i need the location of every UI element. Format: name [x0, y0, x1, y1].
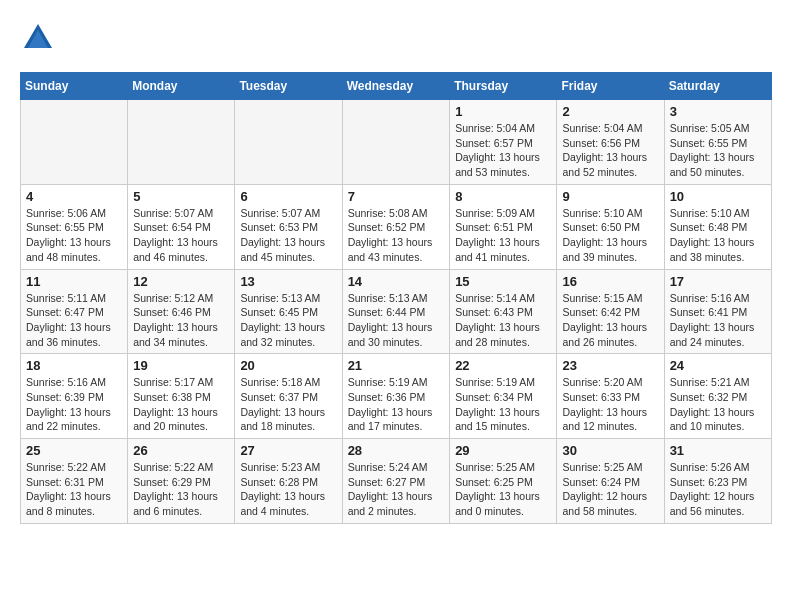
day-info: Sunrise: 5:25 AMSunset: 6:24 PMDaylight:…: [562, 460, 658, 519]
day-info: Sunrise: 5:22 AMSunset: 6:31 PMDaylight:…: [26, 460, 122, 519]
weekday-header-thursday: Thursday: [450, 73, 557, 100]
calendar-cell: 17Sunrise: 5:16 AMSunset: 6:41 PMDayligh…: [664, 269, 771, 354]
calendar-cell: 28Sunrise: 5:24 AMSunset: 6:27 PMDayligh…: [342, 439, 450, 524]
day-number: 14: [348, 274, 445, 289]
calendar-cell: 26Sunrise: 5:22 AMSunset: 6:29 PMDayligh…: [128, 439, 235, 524]
calendar-cell: 3Sunrise: 5:05 AMSunset: 6:55 PMDaylight…: [664, 100, 771, 185]
calendar-week-row: 18Sunrise: 5:16 AMSunset: 6:39 PMDayligh…: [21, 354, 772, 439]
day-info: Sunrise: 5:04 AMSunset: 6:56 PMDaylight:…: [562, 121, 658, 180]
calendar-cell: 24Sunrise: 5:21 AMSunset: 6:32 PMDayligh…: [664, 354, 771, 439]
calendar-cell: 13Sunrise: 5:13 AMSunset: 6:45 PMDayligh…: [235, 269, 342, 354]
calendar-week-row: 11Sunrise: 5:11 AMSunset: 6:47 PMDayligh…: [21, 269, 772, 354]
day-info: Sunrise: 5:26 AMSunset: 6:23 PMDaylight:…: [670, 460, 766, 519]
day-number: 21: [348, 358, 445, 373]
calendar-cell: [128, 100, 235, 185]
day-info: Sunrise: 5:04 AMSunset: 6:57 PMDaylight:…: [455, 121, 551, 180]
day-info: Sunrise: 5:13 AMSunset: 6:44 PMDaylight:…: [348, 291, 445, 350]
calendar-cell: 11Sunrise: 5:11 AMSunset: 6:47 PMDayligh…: [21, 269, 128, 354]
day-info: Sunrise: 5:22 AMSunset: 6:29 PMDaylight:…: [133, 460, 229, 519]
day-info: Sunrise: 5:19 AMSunset: 6:36 PMDaylight:…: [348, 375, 445, 434]
day-info: Sunrise: 5:05 AMSunset: 6:55 PMDaylight:…: [670, 121, 766, 180]
day-info: Sunrise: 5:23 AMSunset: 6:28 PMDaylight:…: [240, 460, 336, 519]
day-info: Sunrise: 5:08 AMSunset: 6:52 PMDaylight:…: [348, 206, 445, 265]
calendar-body: 1Sunrise: 5:04 AMSunset: 6:57 PMDaylight…: [21, 100, 772, 524]
day-number: 19: [133, 358, 229, 373]
calendar-week-row: 4Sunrise: 5:06 AMSunset: 6:55 PMDaylight…: [21, 184, 772, 269]
calendar-cell: 14Sunrise: 5:13 AMSunset: 6:44 PMDayligh…: [342, 269, 450, 354]
weekday-header-saturday: Saturday: [664, 73, 771, 100]
day-number: 28: [348, 443, 445, 458]
day-number: 9: [562, 189, 658, 204]
calendar-cell: 30Sunrise: 5:25 AMSunset: 6:24 PMDayligh…: [557, 439, 664, 524]
logo-icon: [20, 20, 56, 56]
calendar-cell: 22Sunrise: 5:19 AMSunset: 6:34 PMDayligh…: [450, 354, 557, 439]
calendar-cell: 18Sunrise: 5:16 AMSunset: 6:39 PMDayligh…: [21, 354, 128, 439]
day-number: 11: [26, 274, 122, 289]
weekday-header-friday: Friday: [557, 73, 664, 100]
calendar-cell: 23Sunrise: 5:20 AMSunset: 6:33 PMDayligh…: [557, 354, 664, 439]
day-number: 1: [455, 104, 551, 119]
weekday-header-sunday: Sunday: [21, 73, 128, 100]
weekday-header-monday: Monday: [128, 73, 235, 100]
calendar-cell: 25Sunrise: 5:22 AMSunset: 6:31 PMDayligh…: [21, 439, 128, 524]
calendar-week-row: 25Sunrise: 5:22 AMSunset: 6:31 PMDayligh…: [21, 439, 772, 524]
day-info: Sunrise: 5:09 AMSunset: 6:51 PMDaylight:…: [455, 206, 551, 265]
day-info: Sunrise: 5:15 AMSunset: 6:42 PMDaylight:…: [562, 291, 658, 350]
day-number: 4: [26, 189, 122, 204]
day-info: Sunrise: 5:20 AMSunset: 6:33 PMDaylight:…: [562, 375, 658, 434]
weekday-header-row: SundayMondayTuesdayWednesdayThursdayFrid…: [21, 73, 772, 100]
day-info: Sunrise: 5:25 AMSunset: 6:25 PMDaylight:…: [455, 460, 551, 519]
day-number: 24: [670, 358, 766, 373]
calendar-cell: 5Sunrise: 5:07 AMSunset: 6:54 PMDaylight…: [128, 184, 235, 269]
calendar-cell: 19Sunrise: 5:17 AMSunset: 6:38 PMDayligh…: [128, 354, 235, 439]
calendar-cell: 7Sunrise: 5:08 AMSunset: 6:52 PMDaylight…: [342, 184, 450, 269]
day-number: 16: [562, 274, 658, 289]
day-info: Sunrise: 5:16 AMSunset: 6:39 PMDaylight:…: [26, 375, 122, 434]
day-info: Sunrise: 5:11 AMSunset: 6:47 PMDaylight:…: [26, 291, 122, 350]
day-number: 2: [562, 104, 658, 119]
day-info: Sunrise: 5:06 AMSunset: 6:55 PMDaylight:…: [26, 206, 122, 265]
day-number: 6: [240, 189, 336, 204]
day-number: 23: [562, 358, 658, 373]
calendar-cell: 15Sunrise: 5:14 AMSunset: 6:43 PMDayligh…: [450, 269, 557, 354]
day-number: 7: [348, 189, 445, 204]
calendar-cell: 21Sunrise: 5:19 AMSunset: 6:36 PMDayligh…: [342, 354, 450, 439]
calendar-cell: [21, 100, 128, 185]
calendar-cell: 6Sunrise: 5:07 AMSunset: 6:53 PMDaylight…: [235, 184, 342, 269]
day-number: 30: [562, 443, 658, 458]
day-info: Sunrise: 5:24 AMSunset: 6:27 PMDaylight:…: [348, 460, 445, 519]
day-info: Sunrise: 5:21 AMSunset: 6:32 PMDaylight:…: [670, 375, 766, 434]
calendar-week-row: 1Sunrise: 5:04 AMSunset: 6:57 PMDaylight…: [21, 100, 772, 185]
weekday-header-wednesday: Wednesday: [342, 73, 450, 100]
day-info: Sunrise: 5:12 AMSunset: 6:46 PMDaylight:…: [133, 291, 229, 350]
day-number: 13: [240, 274, 336, 289]
calendar-cell: 8Sunrise: 5:09 AMSunset: 6:51 PMDaylight…: [450, 184, 557, 269]
day-info: Sunrise: 5:10 AMSunset: 6:48 PMDaylight:…: [670, 206, 766, 265]
calendar-cell: 9Sunrise: 5:10 AMSunset: 6:50 PMDaylight…: [557, 184, 664, 269]
calendar-cell: 1Sunrise: 5:04 AMSunset: 6:57 PMDaylight…: [450, 100, 557, 185]
day-number: 26: [133, 443, 229, 458]
page-header: [20, 20, 772, 56]
day-info: Sunrise: 5:17 AMSunset: 6:38 PMDaylight:…: [133, 375, 229, 434]
calendar-cell: 16Sunrise: 5:15 AMSunset: 6:42 PMDayligh…: [557, 269, 664, 354]
day-number: 10: [670, 189, 766, 204]
calendar-cell: [342, 100, 450, 185]
day-number: 18: [26, 358, 122, 373]
calendar-cell: 31Sunrise: 5:26 AMSunset: 6:23 PMDayligh…: [664, 439, 771, 524]
day-info: Sunrise: 5:16 AMSunset: 6:41 PMDaylight:…: [670, 291, 766, 350]
logo: [20, 20, 60, 56]
day-number: 15: [455, 274, 551, 289]
day-info: Sunrise: 5:18 AMSunset: 6:37 PMDaylight:…: [240, 375, 336, 434]
day-info: Sunrise: 5:13 AMSunset: 6:45 PMDaylight:…: [240, 291, 336, 350]
day-number: 25: [26, 443, 122, 458]
day-number: 12: [133, 274, 229, 289]
day-number: 22: [455, 358, 551, 373]
day-number: 31: [670, 443, 766, 458]
day-number: 5: [133, 189, 229, 204]
calendar-table: SundayMondayTuesdayWednesdayThursdayFrid…: [20, 72, 772, 524]
calendar-cell: 12Sunrise: 5:12 AMSunset: 6:46 PMDayligh…: [128, 269, 235, 354]
day-info: Sunrise: 5:10 AMSunset: 6:50 PMDaylight:…: [562, 206, 658, 265]
day-info: Sunrise: 5:07 AMSunset: 6:54 PMDaylight:…: [133, 206, 229, 265]
calendar-cell: 4Sunrise: 5:06 AMSunset: 6:55 PMDaylight…: [21, 184, 128, 269]
day-number: 8: [455, 189, 551, 204]
